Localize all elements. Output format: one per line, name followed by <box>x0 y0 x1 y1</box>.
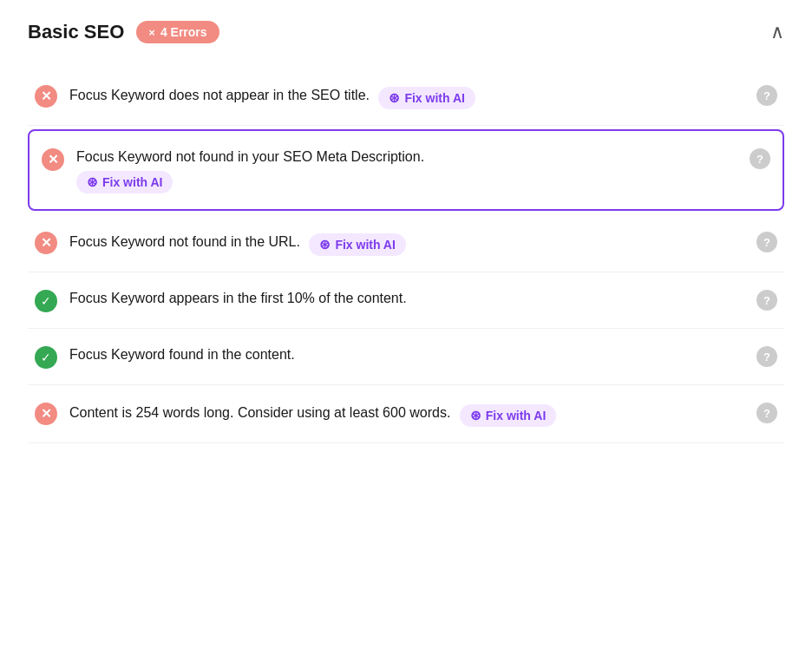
seo-item: ✓ Focus Keyword found in the content. ? <box>28 329 784 385</box>
ai-icon: ⊛ <box>319 237 331 252</box>
error-icon: ✕ <box>35 403 57 425</box>
panel-title: Basic SEO <box>28 21 124 43</box>
fix-ai-label: Fix with AI <box>335 238 395 252</box>
errors-count: 4 Errors <box>160 25 207 39</box>
item-text: Content is 254 words long. Consider usin… <box>69 401 744 427</box>
success-icon: ✓ <box>35 290 57 312</box>
error-icon: ✕ <box>35 232 57 254</box>
help-icon[interactable]: ? <box>756 346 777 367</box>
seo-item: ✕ Focus Keyword not found in the URL. ⊛ … <box>28 214 784 272</box>
help-icon[interactable]: ? <box>750 148 770 169</box>
fix-ai-label: Fix with AI <box>102 175 162 189</box>
item-text: Focus Keyword not found in the URL. ⊛ Fi… <box>69 230 744 256</box>
fix-with-ai-button[interactable]: ⊛ Fix with AI <box>309 233 405 256</box>
item-text: Focus Keyword does not appear in the SEO… <box>69 83 744 109</box>
error-icon: ✕ <box>42 148 64 171</box>
fix-with-ai-button[interactable]: ⊛ Fix with AI <box>460 404 556 427</box>
ai-icon: ⊛ <box>470 408 481 423</box>
errors-badge: × 4 Errors <box>136 21 219 43</box>
seo-item: ✕ Content is 254 words long. Consider us… <box>28 385 784 443</box>
help-icon[interactable]: ? <box>756 403 777 423</box>
seo-item-highlighted: ✕ Focus Keyword not found in your SEO Me… <box>28 129 784 211</box>
collapse-button[interactable]: ∧ <box>770 21 784 43</box>
fix-with-ai-button[interactable]: ⊛ Fix with AI <box>378 87 475 109</box>
panel-header: Basic SEO × 4 Errors ∧ <box>28 21 784 43</box>
help-icon[interactable]: ? <box>756 85 777 106</box>
fix-ai-label: Fix with AI <box>404 91 464 105</box>
help-icon[interactable]: ? <box>756 232 777 252</box>
fix-ai-label: Fix with AI <box>486 409 546 422</box>
ai-icon: ⊛ <box>389 90 400 106</box>
fix-with-ai-button[interactable]: ⊛ Fix with AI <box>76 171 173 193</box>
help-icon[interactable]: ? <box>756 290 777 311</box>
x-icon: × <box>148 26 155 39</box>
error-icon: ✕ <box>35 85 57 108</box>
item-text: Focus Keyword found in the content. <box>69 344 744 365</box>
item-text: Focus Keyword appears in the first 10% o… <box>69 288 744 309</box>
seo-item: ✕ Focus Keyword does not appear in the S… <box>28 68 784 126</box>
success-icon: ✓ <box>35 346 57 369</box>
item-text: Focus Keyword not found in your SEO Meta… <box>76 147 737 193</box>
seo-item: ✓ Focus Keyword appears in the first 10%… <box>28 272 784 329</box>
ai-icon: ⊛ <box>87 174 98 190</box>
panel-title-group: Basic SEO × 4 Errors <box>28 21 219 43</box>
basic-seo-panel: Basic SEO × 4 Errors ∧ ✕ Focus Keyword d… <box>0 0 812 464</box>
seo-items-list: ✕ Focus Keyword does not appear in the S… <box>28 68 784 443</box>
